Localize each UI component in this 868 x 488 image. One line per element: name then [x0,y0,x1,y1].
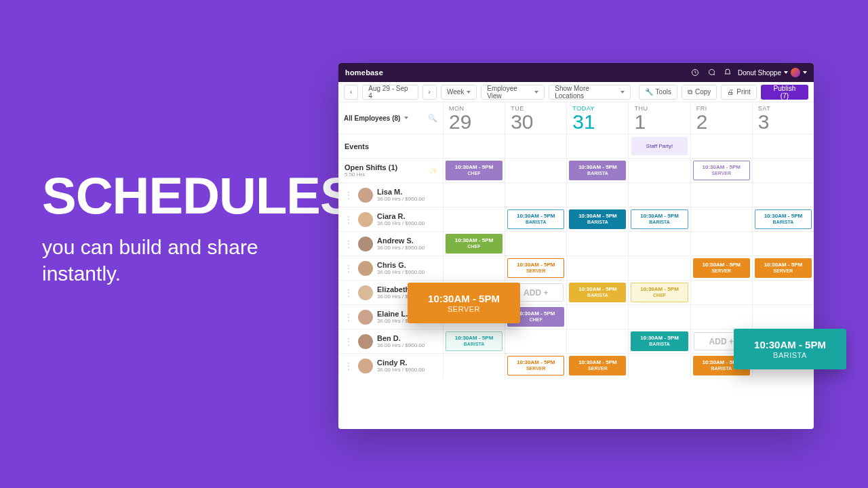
shift-cell[interactable] [690,280,752,304]
shift-cell[interactable]: 10:30AM - 5PMBARISTA [566,280,628,304]
shift-barista[interactable]: 10:30AM - 5PMBARISTA [446,331,502,351]
drag-icon[interactable]: ⋮ [344,264,353,273]
shift-cell[interactable] [752,158,814,182]
shift-barista[interactable]: 10:30AM - 5PMBARISTA [631,209,688,229]
shift-cell[interactable]: 10:30AM - 5PMSERVER [752,256,814,280]
shift-chef[interactable]: 10:30AM - 5PMCHEF [631,283,688,302]
shift-cell[interactable] [505,182,566,207]
shift-barista[interactable]: 10:30AM - 5PMBARISTA [569,209,626,229]
drag-icon[interactable]: ⋮ [344,215,353,224]
locations-select[interactable]: Show More Locations [549,85,630,100]
magic-wand-icon[interactable]: ✨ [429,167,437,174]
event-staff-party[interactable]: Staff Party! [631,137,687,155]
shift-barista[interactable]: 10:30AM - 5PMBARISTA [631,331,688,351]
bell-icon[interactable] [723,68,732,77]
drag-icon[interactable]: ⋮ [344,239,353,249]
shift-cell[interactable]: 10:30AM - 5PMBARISTA [505,207,566,231]
shift-barista[interactable]: 10:30AM - 5PMBARISTA [507,209,564,229]
shift-cell[interactable] [443,256,505,280]
day-header-mon[interactable]: MON29 [443,102,505,134]
employee-label[interactable]: ⋮Chris G.36.00 Hrs / $900.00 [338,256,443,280]
shift-cell[interactable]: 10:30AM - 5PMBARISTA [566,158,628,182]
shift-cell[interactable]: 10:30AM - 5PMCHEF [443,158,505,182]
shift-cell[interactable]: 10:30AM - 5PMBARISTA [752,207,814,231]
shift-cell[interactable]: 10:30AM - 5PMSERVER [690,158,752,182]
drag-icon[interactable]: ⋮ [344,312,353,322]
shift-server[interactable]: 10:30AM - 5PMSERVER [755,258,812,278]
shift-cell[interactable] [566,231,628,256]
shift-cell[interactable] [628,256,690,280]
view-select[interactable]: Week [441,85,477,100]
shift-cell[interactable] [752,304,814,329]
shift-cell[interactable] [566,329,628,353]
shift-cell[interactable]: 10:30AM - 5PMSERVER [505,256,566,280]
shift-cell[interactable] [566,182,628,207]
shift-barista[interactable]: 10:30AM - 5PMBARISTA [569,161,626,180]
shift-cell[interactable] [566,256,628,280]
shift-cell[interactable]: 10:30AM - 5PMCHEF [443,231,505,256]
day-header-today[interactable]: TODAY31 [566,102,628,134]
shift-cell[interactable] [443,182,505,207]
shift-cell[interactable]: 10:30AM - 5PMSERVER [690,256,752,280]
employee-label[interactable]: ⋮Andrew S.36.00 Hrs / $900.00 [338,231,443,256]
shift-cell[interactable] [752,280,814,304]
shift-cell[interactable] [752,231,814,256]
publish-button[interactable]: Publish (7) [761,85,808,100]
day-header-tue[interactable]: TUE30 [505,102,566,134]
search-icon[interactable]: 🔍 [428,114,437,123]
day-header-sat[interactable]: SAT3 [752,102,814,134]
event-cell[interactable] [566,134,628,158]
shift-cell[interactable]: 10:30AM - 5PMBARISTA [566,207,628,231]
employee-filter[interactable]: All Employees (8) 🔍 [338,102,443,134]
shift-cell[interactable] [690,207,752,231]
shift-cell[interactable] [690,304,752,329]
day-header-fri[interactable]: FRI2 [690,102,752,134]
shift-cell[interactable] [690,231,752,256]
event-cell[interactable] [443,134,505,158]
shift-cell[interactable] [443,353,505,378]
shift-chef[interactable]: 10:30AM - 5PMCHEF [446,161,502,180]
shift-cell[interactable]: 10:30AM - 5PMSERVER [566,353,628,378]
employee-label[interactable]: ⋮Ben D.36.00 Hrs / $900.00 [338,329,443,353]
shift-barista[interactable]: 10:30AM - 5PMBARISTA [569,283,626,302]
shift-server[interactable]: 10:30AM - 5PMSERVER [507,356,564,375]
chat-icon[interactable] [707,68,716,77]
shift-cell[interactable] [505,231,566,256]
shift-cell[interactable] [690,182,752,207]
employee-label[interactable]: ⋮Ciara R.36.00 Hrs / $900.00 [338,207,443,231]
drag-icon[interactable]: ⋮ [344,190,353,200]
copy-button[interactable]: ⧉Copy [682,85,717,100]
shift-cell[interactable] [505,329,566,353]
drag-icon[interactable]: ⋮ [344,288,353,298]
shift-server[interactable]: 10:30AM - 5PMSERVER [507,258,564,278]
drag-icon[interactable]: ⋮ [344,337,353,346]
shift-barista[interactable]: 10:30AM - 5PMBARISTA [755,209,812,229]
shift-cell[interactable] [443,207,505,231]
shift-cell[interactable]: 10:30AM - 5PMBARISTA [443,329,505,353]
shift-cell[interactable] [566,304,628,329]
drag-icon[interactable]: ⋮ [344,361,353,371]
print-button[interactable]: 🖨Print [721,85,757,100]
event-cell[interactable] [752,134,814,158]
shift-cell[interactable] [628,353,690,378]
shift-cell[interactable] [752,182,814,207]
shift-chef[interactable]: 10:30AM - 5PMCHEF [446,234,502,253]
employee-label[interactable]: ⋮Cindy R.36.00 Hrs / $900.00 [338,353,443,378]
employee-label[interactable]: ⋮Lisa M.36.00 Hrs / $900.00 [338,182,443,207]
shift-server[interactable]: 10:30AM - 5PMSERVER [693,258,750,278]
shift-cell[interactable]: 10:30AM - 5PMBARISTA [628,329,690,353]
event-cell[interactable]: Staff Party! [628,134,690,158]
shift-cell[interactable]: 10:30AM - 5PMBARISTA [628,207,690,231]
day-header-thu[interactable]: THU1 [628,102,690,134]
shift-cell[interactable] [628,182,690,207]
floating-shift-server[interactable]: 10:30AM - 5PMSERVER [408,283,520,323]
next-week-button[interactable]: › [422,85,437,100]
tools-button[interactable]: 🔧Tools [639,85,677,100]
prev-week-button[interactable]: ‹ [344,85,358,100]
shift-cell[interactable] [628,304,690,329]
shift-cell[interactable] [628,158,690,182]
event-cell[interactable] [505,134,566,158]
date-range-picker[interactable]: Aug 29 - Sep 4 [362,85,418,100]
shift-cell[interactable] [628,231,690,256]
floating-shift-barista[interactable]: 10:30AM - 5PMBARISTA [734,329,846,369]
